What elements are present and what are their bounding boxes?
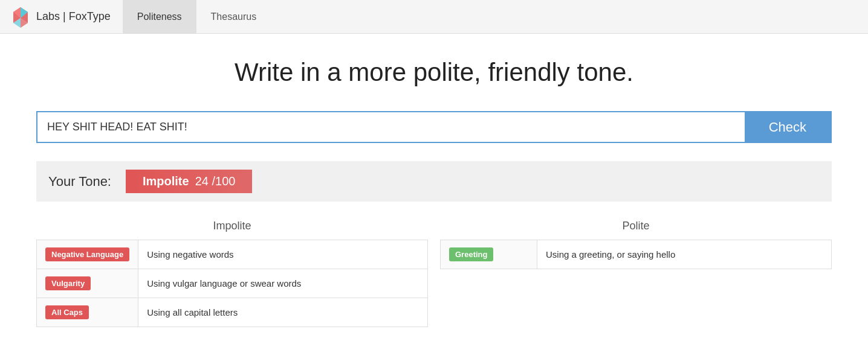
input-row: Check	[36, 111, 832, 143]
tone-badge-score: 24 /100	[195, 174, 236, 188]
text-input[interactable]	[37, 112, 745, 142]
main-content: Write in a more polite, friendly tone. C…	[0, 34, 868, 338]
polite-table: Greeting Using a greeting, or saying hel…	[440, 240, 832, 269]
all-caps-tag: All Caps	[45, 305, 89, 319]
tab-thesaurus[interactable]: Thesaurus	[196, 0, 271, 33]
nav-tabs: Politeness Thesaurus	[123, 0, 271, 33]
tone-label: Your Tone:	[48, 174, 111, 190]
table-row: Negative Language Using negative words	[37, 240, 428, 269]
logo: Labs | FoxType	[10, 6, 111, 28]
polite-column-header: Polite	[440, 220, 832, 232]
tone-badge-name: Impolite	[143, 174, 189, 188]
description-cell: Using vulgar language or swear words	[138, 269, 428, 298]
logo-text: Labs | FoxType	[36, 10, 111, 23]
polite-column: Polite Greeting Using a greeting, or say…	[440, 220, 832, 327]
impolite-column-header: Impolite	[36, 220, 428, 232]
tab-politeness[interactable]: Politeness	[123, 0, 196, 33]
tag-cell: Greeting	[441, 240, 537, 269]
tone-badge: Impolite 24 /100	[126, 170, 252, 193]
tag-cell: Negative Language	[37, 240, 138, 269]
page-title: Write in a more polite, friendly tone.	[36, 58, 832, 87]
tag-cell: All Caps	[37, 298, 138, 327]
table-row: Greeting Using a greeting, or saying hel…	[441, 240, 832, 269]
vulgarity-tag: Vulgarity	[45, 276, 91, 290]
tone-row: Your Tone: Impolite 24 /100	[36, 161, 832, 202]
check-button[interactable]: Check	[745, 112, 831, 142]
negative-language-tag: Negative Language	[45, 247, 129, 261]
impolite-column: Impolite Negative Language Using negativ…	[36, 220, 428, 327]
description-cell: Using negative words	[138, 240, 428, 269]
description-cell: Using all capital letters	[138, 298, 428, 327]
navbar: Labs | FoxType Politeness Thesaurus	[0, 0, 868, 34]
foxtype-logo-icon	[10, 6, 31, 28]
tag-cell: Vulgarity	[37, 269, 138, 298]
impolite-table: Negative Language Using negative words V…	[36, 240, 428, 327]
table-row: Vulgarity Using vulgar language or swear…	[37, 269, 428, 298]
columns-container: Impolite Negative Language Using negativ…	[36, 220, 832, 327]
greeting-tag: Greeting	[449, 247, 493, 261]
table-row: All Caps Using all capital letters	[37, 298, 428, 327]
description-cell: Using a greeting, or saying hello	[537, 240, 832, 269]
